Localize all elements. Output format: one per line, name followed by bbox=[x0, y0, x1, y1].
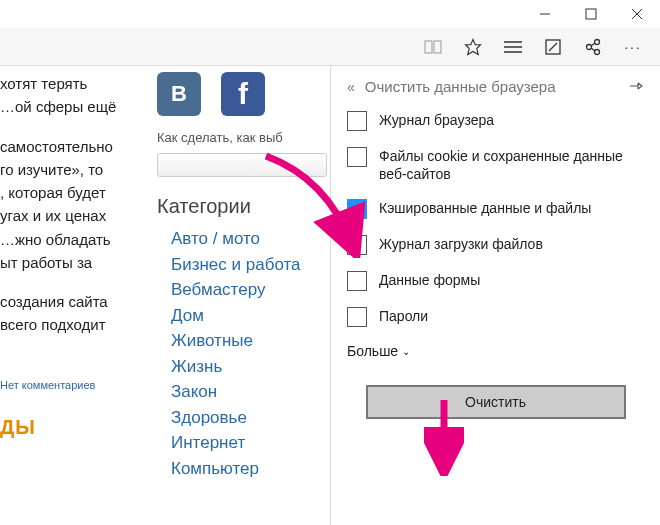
option-label: Пароли bbox=[379, 307, 428, 325]
vk-icon[interactable]: B bbox=[157, 72, 201, 116]
svg-point-11 bbox=[587, 44, 592, 49]
social-row: B f bbox=[157, 72, 330, 116]
heading-fragment: ДЫ bbox=[0, 412, 139, 443]
more-icon[interactable]: ··· bbox=[624, 38, 642, 56]
reading-view-icon[interactable] bbox=[424, 38, 442, 56]
clear-data-option[interactable]: ✓Кэшированные данные и файлы bbox=[347, 199, 644, 219]
categories-heading: Категории bbox=[157, 195, 330, 218]
category-list: Авто / мотоБизнес и работаВебмастеруДомЖ… bbox=[157, 226, 330, 481]
article-text: самостоятельно го изучите», то , которая… bbox=[0, 135, 139, 275]
svg-marker-6 bbox=[466, 39, 481, 54]
category-link[interactable]: Животные bbox=[171, 328, 330, 354]
checkbox[interactable] bbox=[347, 307, 367, 327]
svg-point-12 bbox=[595, 39, 600, 44]
clear-data-panel: « Очистить данные браузера Журнал браузе… bbox=[330, 66, 660, 525]
favorite-star-icon[interactable] bbox=[464, 38, 482, 56]
site-tagline: Как сделать, как выб bbox=[157, 130, 330, 145]
more-label: Больше bbox=[347, 343, 398, 359]
option-label: Журнал браузера bbox=[379, 111, 494, 129]
clear-data-option[interactable]: Журнал загрузки файлов bbox=[347, 235, 644, 255]
category-link[interactable]: Бизнес и работа bbox=[171, 252, 330, 278]
category-link[interactable]: Компьютер bbox=[171, 456, 330, 482]
svg-point-13 bbox=[595, 49, 600, 54]
hub-icon[interactable] bbox=[504, 38, 522, 56]
category-link[interactable]: Дом bbox=[171, 303, 330, 329]
panel-title: Очистить данные браузера bbox=[365, 78, 618, 95]
svg-rect-4 bbox=[425, 41, 432, 53]
webnote-icon[interactable] bbox=[544, 38, 562, 56]
chevron-down-icon: ⌄ bbox=[402, 346, 410, 357]
more-toggle[interactable]: Больше ⌄ bbox=[347, 343, 644, 359]
category-link[interactable]: Авто / мото bbox=[171, 226, 330, 252]
window-close-button[interactable] bbox=[614, 0, 660, 28]
clear-data-option[interactable]: Файлы cookie и сохраненные данные веб-са… bbox=[347, 147, 644, 183]
option-label: Кэшированные данные и файлы bbox=[379, 199, 591, 217]
window-minimize-button[interactable] bbox=[522, 0, 568, 28]
checkbox[interactable] bbox=[347, 235, 367, 255]
window-titlebar bbox=[0, 0, 660, 28]
clear-data-option[interactable]: Журнал браузера bbox=[347, 111, 644, 131]
checkbox[interactable] bbox=[347, 147, 367, 167]
back-chevron-icon[interactable]: « bbox=[347, 79, 355, 95]
option-label: Журнал загрузки файлов bbox=[379, 235, 543, 253]
article-text: хотят терять …ой сферы ещё bbox=[0, 72, 139, 119]
clear-data-option[interactable]: Пароли bbox=[347, 307, 644, 327]
search-input[interactable] bbox=[157, 153, 327, 177]
option-label: Данные формы bbox=[379, 271, 480, 289]
browser-toolbar: ··· bbox=[0, 28, 660, 66]
option-label: Файлы cookie и сохраненные данные веб-са… bbox=[379, 147, 644, 183]
sidebar-column: B f Как сделать, как выб Категории Авто … bbox=[145, 66, 330, 525]
pin-icon[interactable] bbox=[628, 79, 644, 95]
category-link[interactable]: Закон bbox=[171, 379, 330, 405]
category-link[interactable]: Здоровье bbox=[171, 405, 330, 431]
checkbox[interactable] bbox=[347, 111, 367, 131]
category-link[interactable]: Жизнь bbox=[171, 354, 330, 380]
clear-data-option[interactable]: Данные формы bbox=[347, 271, 644, 291]
svg-rect-1 bbox=[586, 9, 596, 19]
share-icon[interactable] bbox=[584, 38, 602, 56]
window-maximize-button[interactable] bbox=[568, 0, 614, 28]
svg-rect-5 bbox=[434, 41, 441, 53]
svg-line-15 bbox=[591, 48, 595, 51]
checkbox[interactable]: ✓ bbox=[347, 199, 367, 219]
svg-line-14 bbox=[591, 43, 595, 46]
article-text: создания сайта всего подходит bbox=[0, 290, 139, 337]
checkbox[interactable] bbox=[347, 271, 367, 291]
article-fragment-column: хотят терять …ой сферы ещё самостоятельн… bbox=[0, 66, 145, 525]
no-comments-link[interactable]: Нет комментариев bbox=[0, 353, 139, 394]
category-link[interactable]: Вебмастеру bbox=[171, 277, 330, 303]
category-link[interactable]: Интернет bbox=[171, 430, 330, 456]
clear-button[interactable]: Очистить bbox=[366, 385, 626, 419]
options-list: Журнал браузераФайлы cookie и сохраненны… bbox=[347, 111, 644, 327]
facebook-icon[interactable]: f bbox=[221, 72, 265, 116]
